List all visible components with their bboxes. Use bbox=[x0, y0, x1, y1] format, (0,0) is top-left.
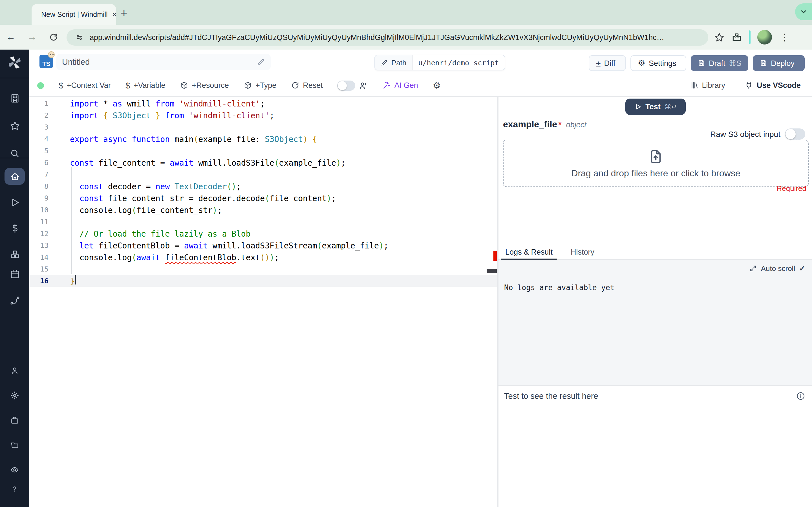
argument-type: object bbox=[566, 121, 587, 129]
schedules-icon bbox=[9, 269, 20, 279]
back-button[interactable]: ← bbox=[0, 32, 21, 43]
sidebar-item-collapse[interactable] bbox=[0, 501, 29, 507]
code-line[interactable]: 10 console.log(file_content_str); bbox=[29, 204, 497, 216]
reset-button[interactable]: Reset bbox=[291, 81, 323, 90]
library-icon bbox=[690, 81, 698, 90]
library-button[interactable]: Library bbox=[690, 81, 725, 90]
code-line[interactable]: 2import { S3Object } from 'windmill-clie… bbox=[29, 109, 497, 121]
add-variable-button[interactable]: $ +Variable bbox=[125, 80, 165, 90]
windmill-logo[interactable] bbox=[7, 55, 22, 70]
live-status-dot bbox=[37, 82, 44, 89]
code-line[interactable]: 9 const file_content_str = decoder.decod… bbox=[29, 192, 497, 204]
sidebar-item-search[interactable] bbox=[0, 145, 29, 162]
forward-button[interactable]: → bbox=[21, 32, 43, 43]
result-tabs: Logs & Result History bbox=[499, 245, 812, 260]
sidebar-item-workers[interactable] bbox=[0, 412, 29, 429]
people-icon bbox=[359, 81, 368, 90]
raw-s3-toggle[interactable] bbox=[785, 128, 805, 140]
path-control[interactable]: Path u/henri/demo_script bbox=[374, 55, 505, 70]
draft-button[interactable]: Draft ⌘S bbox=[691, 55, 748, 71]
code-line[interactable]: 11 bbox=[29, 216, 497, 228]
line-text: const file_content_str = decoder.decode(… bbox=[56, 193, 336, 203]
reload-button[interactable] bbox=[43, 33, 64, 42]
line-number: 10 bbox=[29, 206, 56, 214]
test-button[interactable]: Test ⌘↵ bbox=[625, 99, 686, 115]
result-hint: Test to see the result here bbox=[504, 391, 796, 400]
profile-separator bbox=[749, 31, 751, 44]
auto-scroll-control[interactable]: Auto scroll ✓ bbox=[750, 264, 805, 273]
vscode-plug-icon bbox=[744, 81, 753, 90]
new-tab-button[interactable]: + bbox=[121, 7, 127, 18]
sidebar-item-help[interactable] bbox=[0, 481, 29, 497]
sidebar-item-settings[interactable] bbox=[0, 387, 29, 404]
tab-history[interactable]: History bbox=[569, 245, 596, 259]
code-line[interactable]: 3 bbox=[29, 121, 497, 133]
sidebar-item-favorites[interactable] bbox=[0, 117, 29, 134]
settings-label: Settings bbox=[649, 59, 676, 67]
sidebar-item-routes[interactable] bbox=[0, 292, 29, 309]
sidebar-item-resources[interactable] bbox=[0, 245, 29, 263]
code-lines: 1import * as wmill from 'windmill-client… bbox=[29, 98, 497, 287]
sidebar-item-audit-logs[interactable] bbox=[0, 461, 29, 478]
code-line[interactable]: 4export async function main(example_file… bbox=[29, 133, 497, 145]
path-label-segment[interactable]: Path bbox=[375, 55, 412, 70]
code-line[interactable]: 12 // Or load the file lazily as a Blob bbox=[29, 228, 497, 239]
add-type-button[interactable]: +Type bbox=[244, 81, 276, 90]
extensions-puzzle-icon[interactable] bbox=[731, 32, 742, 43]
add-context-var-button[interactable]: $ +Context Var bbox=[59, 80, 111, 90]
avatar[interactable] bbox=[757, 30, 772, 45]
reload-icon bbox=[49, 33, 58, 42]
settings-button[interactable]: ⚙ Settings bbox=[630, 55, 686, 71]
sidebar-item-user[interactable] bbox=[0, 362, 29, 379]
bookmark-star-icon[interactable] bbox=[714, 32, 725, 43]
code-line[interactable]: 5 bbox=[29, 145, 497, 157]
info-icon[interactable] bbox=[796, 391, 805, 400]
address-bar[interactable]: app.windmill.dev/scripts/add#JTdCJTIyaGF… bbox=[66, 29, 708, 45]
sidebar-item-runs[interactable] bbox=[0, 194, 29, 211]
code-editor[interactable]: 1import * as wmill from 'windmill-client… bbox=[29, 97, 497, 507]
diff-button[interactable]: ± Diff bbox=[589, 55, 626, 71]
edit-pencil-icon[interactable] bbox=[257, 58, 265, 66]
browser-tab[interactable]: New Script | Windmill ✕ bbox=[32, 4, 116, 25]
sidebar-item-variables[interactable] bbox=[0, 220, 29, 237]
file-dropzone[interactable]: Drag and drop files here or click to bro… bbox=[503, 140, 809, 187]
code-line[interactable]: 6const file_content = await wmill.loadS3… bbox=[29, 157, 497, 168]
toggle-off[interactable] bbox=[338, 80, 356, 91]
multiplayer-toggle[interactable] bbox=[338, 80, 368, 91]
edit-pencil-icon bbox=[380, 59, 388, 66]
sidebar-item-schedules[interactable] bbox=[0, 265, 29, 282]
line-text: } bbox=[56, 276, 75, 285]
ai-gen-button[interactable]: AI Gen bbox=[383, 81, 418, 90]
tab-search-pill[interactable] bbox=[795, 3, 812, 20]
code-line[interactable]: 1import * as wmill from 'windmill-client… bbox=[29, 98, 497, 109]
browser-menu-button[interactable]: ⋮ bbox=[779, 31, 790, 43]
sidebar-item-folders[interactable] bbox=[0, 437, 29, 453]
line-text: let fileContentBlob = await wmill.loadS3… bbox=[56, 241, 389, 250]
line-text: const file_content = await wmill.loadS3F… bbox=[56, 158, 346, 167]
code-line[interactable]: 8 const decoder = new TextDecoder(); bbox=[29, 180, 497, 192]
library-label: Library bbox=[702, 81, 725, 90]
sidebar-group bbox=[0, 481, 29, 507]
use-vscode-button[interactable]: Use VScode bbox=[744, 81, 801, 90]
tab-logs-result[interactable]: Logs & Result bbox=[504, 245, 554, 259]
code-line[interactable]: 16} bbox=[29, 275, 497, 287]
tab-close-icon[interactable]: ✕ bbox=[112, 10, 117, 18]
code-line[interactable]: 7 bbox=[29, 168, 497, 180]
deploy-button[interactable]: Deploy bbox=[753, 55, 805, 71]
add-resource-button[interactable]: +Resource bbox=[180, 81, 229, 90]
sidebar-item-workspace[interactable] bbox=[0, 90, 29, 107]
editor-settings-gear-icon[interactable]: ⚙ bbox=[433, 80, 441, 91]
sidebar-item-home[interactable] bbox=[0, 168, 29, 185]
script-header: TS Untitled Path u/henri/demo_script ± D… bbox=[29, 50, 812, 74]
variables-icon bbox=[9, 223, 20, 233]
code-line[interactable]: 13 let fileContentBlob = await wmill.loa… bbox=[29, 239, 497, 251]
scrollbar-thumb[interactable] bbox=[487, 269, 497, 273]
diff-label: Diff bbox=[604, 59, 615, 67]
indent-guide bbox=[71, 167, 71, 274]
auto-scroll-label: Auto scroll bbox=[761, 264, 795, 273]
browser-tab-strip: New Script | Windmill ✕ + bbox=[0, 0, 812, 25]
script-title-input[interactable]: Untitled bbox=[56, 54, 271, 70]
path-value[interactable]: u/henri/demo_script bbox=[412, 55, 505, 70]
code-line[interactable]: 15 bbox=[29, 263, 497, 275]
code-line[interactable]: 14 console.log(await fileContentBlob.tex… bbox=[29, 251, 497, 263]
